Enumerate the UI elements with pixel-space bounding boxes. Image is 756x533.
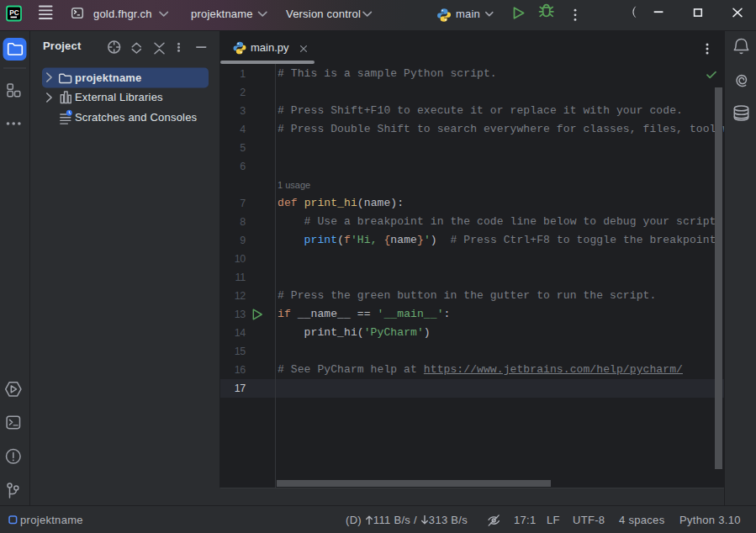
svg-text:PC: PC xyxy=(9,9,19,17)
